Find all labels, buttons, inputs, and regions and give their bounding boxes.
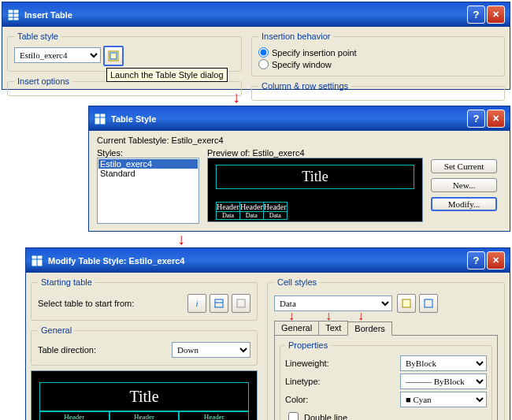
help-button[interactable] xyxy=(467,251,485,269)
cell-styles-legend: Cell styles xyxy=(274,277,320,287)
general-legend: General xyxy=(38,325,75,335)
direction-select[interactable]: Down xyxy=(172,342,250,358)
table-icon xyxy=(31,255,43,267)
col-row-legend: Column & row settings xyxy=(258,81,351,91)
svg-rect-14 xyxy=(237,299,245,307)
specify-window-radio[interactable] xyxy=(258,59,269,69)
dialog-title: Modify Table Style: Estilo_exerc4 xyxy=(48,256,184,266)
new-button[interactable]: New... xyxy=(431,178,497,192)
current-style-label: Current Tablestyle: Estilo_exerc4 xyxy=(97,136,502,145)
color-select[interactable]: ■ Cyan xyxy=(400,392,487,407)
set-current-button[interactable]: Set Current xyxy=(431,159,497,173)
table-style-legend: Table style xyxy=(14,32,61,41)
launch-style-button[interactable] xyxy=(103,46,124,66)
starting-table-legend: Starting table xyxy=(38,277,95,287)
remove-table-button[interactable] xyxy=(232,294,250,313)
list-item[interactable]: Standard xyxy=(98,169,198,178)
close-button[interactable] xyxy=(487,251,505,269)
lineweight-label: Lineweight: xyxy=(285,359,400,368)
styles-list[interactable]: Estilo_exerc4 Standard xyxy=(97,158,199,224)
modify-button[interactable]: Modify... xyxy=(431,197,497,211)
lineweight-select[interactable]: ByBlock xyxy=(400,355,487,371)
insertion-behavior-legend: Insertion behavior xyxy=(258,32,333,41)
preview-pane: Title HeaderHeaderHeader DataDataData xyxy=(207,158,423,222)
insert-options-legend: Insert options xyxy=(14,76,72,86)
dialog-title: Insert Table xyxy=(24,10,72,20)
preview-pane: Title HeaderHeaderHeader xyxy=(31,370,258,420)
double-line-check[interactable] xyxy=(288,412,299,420)
svg-rect-12 xyxy=(215,299,223,307)
linetype-select[interactable]: ——— ByBlock xyxy=(400,374,487,389)
double-line-label: Double line xyxy=(304,413,487,421)
list-item[interactable]: Estilo_exerc4 xyxy=(98,159,198,169)
new-cell-style-button[interactable] xyxy=(397,294,416,313)
arrow-icon: ↓ xyxy=(232,88,240,106)
help-button[interactable] xyxy=(467,110,485,128)
table-icon xyxy=(94,113,106,125)
tooltip: Launch the Table Style dialog xyxy=(106,68,228,82)
table-style-select[interactable]: Estilo_exerc4 xyxy=(14,47,101,63)
help-button[interactable] xyxy=(467,6,485,24)
tab-text[interactable]: Text xyxy=(318,321,348,335)
styles-label: Styles: xyxy=(97,148,199,158)
arrow-icon: ↓ xyxy=(177,230,185,248)
info-button[interactable]: i xyxy=(187,294,206,313)
color-label: Color: xyxy=(285,395,400,404)
properties-legend: Properties xyxy=(285,340,331,350)
table-direction-label: Table direction: xyxy=(38,345,172,355)
close-button[interactable] xyxy=(487,110,505,128)
start-from-label: Select table to start from: xyxy=(38,299,187,308)
svg-rect-15 xyxy=(403,299,410,307)
preview-label: Preview of: Estilo_exerc4 xyxy=(207,148,423,158)
pick-table-button[interactable] xyxy=(210,294,228,313)
linetype-label: Linetype: xyxy=(285,377,400,386)
tab-general[interactable]: General xyxy=(274,321,319,335)
table-icon xyxy=(7,9,20,21)
dialog-title: Table Style xyxy=(111,114,156,124)
close-button[interactable] xyxy=(487,6,505,24)
specify-point-radio[interactable] xyxy=(258,47,269,58)
tab-borders[interactable]: Borders xyxy=(347,322,392,336)
manage-cell-style-button[interactable] xyxy=(419,294,438,313)
svg-rect-16 xyxy=(425,299,432,307)
